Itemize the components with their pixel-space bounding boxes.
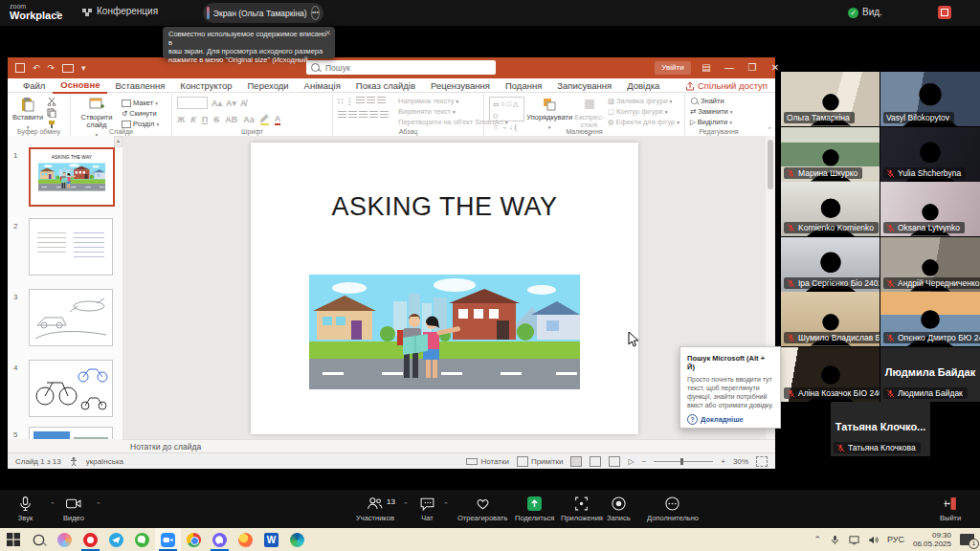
reset-button[interactable]: ↺Скинути [122,109,159,118]
shape-fill-button[interactable]: ▨Заливка фігури▾ [608,97,679,105]
zoom-slider-knob[interactable] [680,458,683,465]
tab-file[interactable]: Файл [15,78,53,93]
cut-icon[interactable] [47,97,56,106]
slide-illustration[interactable] [309,275,580,389]
participant-tile-alina-kozachok[interactable]: Аліна Козачок БІО 2401-1 [781,347,880,402]
character-spacing-icon[interactable]: АВ [225,115,237,124]
tray-chevron-up-icon[interactable]: ⌃ [813,535,821,544]
align-right-icon[interactable] [359,111,368,119]
shape-outline-button[interactable]: ▢Контур фігури▾ [608,107,679,116]
slide-thumbnail-2[interactable] [29,218,113,276]
indent-less-icon[interactable] [356,97,365,104]
zoom-slider[interactable] [654,461,713,462]
bullets-icon[interactable]: ∷ [338,97,344,106]
taskbar-word-icon[interactable]: W [258,528,284,551]
chat-button[interactable]: Чат [419,496,435,522]
slide-canvas[interactable]: ASKING THE WAY [251,143,638,434]
tab-insert[interactable]: Вставлення [107,78,172,93]
react-button[interactable]: Отреагировать [457,496,507,522]
tab-recording[interactable]: Записування [549,78,619,93]
line-spacing-icon[interactable] [377,97,386,104]
indent-more-icon[interactable] [367,97,375,104]
replace-button[interactable]: ⇄Замінити▾ [690,107,733,116]
taskbar-opera-icon[interactable] [78,528,103,551]
tab-transitions[interactable]: Переходи [240,78,297,93]
slide-thumbnail-3[interactable] [29,289,113,346]
audio-options-chevron[interactable]: ⌃ [50,501,56,509]
tab-view[interactable]: Подання [498,78,549,93]
share-document-button[interactable]: Спільний доступ [685,78,768,93]
paste-button[interactable]: Вставити▾ [12,97,43,131]
numbering-icon[interactable]: ⋮ [345,97,354,106]
columns-icon[interactable] [380,111,389,119]
bold-button[interactable]: Ж [177,115,185,124]
taskbar-edge-icon[interactable] [284,528,310,551]
language-indicator[interactable]: українська [86,457,123,466]
tab-home[interactable]: Основне [53,77,107,94]
more-button[interactable]: Дополнительно [647,496,699,522]
scroll-up-icon[interactable]: ▲ [114,136,122,147]
taskbar-green-messenger-icon[interactable] [129,528,155,551]
tab-review[interactable]: Рецензування [423,78,498,93]
align-left-icon[interactable] [338,111,346,119]
participant-tile-andrii-cherednychenko[interactable]: Андрій Чередниченко [880,237,980,292]
ppt-search-box[interactable] [306,60,496,75]
tab-animations[interactable]: Анімація [297,78,348,93]
zoom-percentage[interactable]: 30% [733,457,748,466]
tab-design[interactable]: Конструктор [172,78,239,93]
collapse-ribbon-icon[interactable]: ⌃ [767,126,772,134]
participants-chevron[interactable]: ⌃ [403,501,409,509]
slide-thumbnail-4[interactable] [29,360,113,417]
record-button[interactable]: Запись [607,496,631,522]
justify-icon[interactable] [369,111,378,119]
exit-fullscreen-button[interactable] [938,6,951,19]
font-color-icon[interactable]: А [275,114,281,125]
shared-screen-pill[interactable]: Экран (Ольга Тамаркіна) ••• [203,3,323,23]
ribbon-display-options-button[interactable]: ▤ [695,57,718,78]
notes-pane[interactable]: Нотатки до слайда [122,439,775,452]
participant-tile-yulia-shcherbyna[interactable]: Yulia Shcherbyna [880,127,980,182]
taskbar-chrome-icon[interactable] [181,528,207,551]
fit-to-window-icon[interactable] [756,456,768,467]
taskbar-copilot-icon[interactable] [52,528,78,551]
participant-tile-oksana-lytvynko[interactable]: Oksana Lytvynko [880,182,980,236]
arrange-button[interactable]: Упорядкувати▾ [528,97,570,131]
taskbar-telegram-icon[interactable] [103,528,129,551]
comments-toggle[interactable]: Примітки [517,456,564,467]
participant-tile-ira-serhiienko[interactable]: Іра Сергієнко Біо 2401-1 [781,237,880,292]
tray-display-icon[interactable] [849,535,859,545]
participant-tile-kornienko[interactable]: Kornienko Kornienko [781,182,880,236]
find-button[interactable]: Знайти [690,97,733,105]
meeting-info-button[interactable]: Конференция [82,6,158,16]
taskbar-viber-icon[interactable] [207,528,233,551]
tray-mic-icon[interactable] [830,535,840,545]
slideshow-view-icon[interactable]: ▷ [628,457,634,466]
italic-button[interactable]: К [190,115,196,124]
tab-slideshow[interactable]: Показ слайдів [348,78,423,93]
participant-tile-marina-shkurko[interactable]: Марина Шкурко [781,127,880,182]
reading-view-icon[interactable] [609,456,620,467]
select-button[interactable]: ▷Виділити▾ [690,118,733,126]
notification-center-icon[interactable]: 1 [960,534,974,545]
taskbar-firefox-icon[interactable] [233,528,258,551]
clear-formatting-icon[interactable]: А̸ [240,99,247,108]
taskbar-zoom-icon[interactable] [155,528,181,551]
participant-tile-vasyl-bilokopytov[interactable]: Vasyl Bilokopytov [880,72,980,126]
taskbar-clock[interactable]: 09:30 06.05.2025 [913,531,951,548]
notes-toggle[interactable]: Нотатки [466,457,509,466]
align-center-icon[interactable] [348,111,357,119]
grow-font-icon[interactable]: А▴ [212,99,222,108]
copy-icon[interactable] [47,108,56,118]
undo-button[interactable]: ↶ [33,63,40,73]
slide-thumbnail-1[interactable]: ASKING THE WAY [29,147,115,207]
normal-view-icon[interactable] [570,456,582,467]
shapes-gallery[interactable]: ▭ ○ □ △ ◇ ☆ → ↓ ( ) [489,97,524,121]
chat-chevron[interactable]: ⌃ [443,501,449,509]
redo-button[interactable]: ↷ [48,63,56,73]
share-options-button[interactable]: ••• [311,6,320,20]
chevron-down-icon[interactable]: ▾ [56,9,59,17]
participant-tile-shumylo-vladyslav[interactable]: Шумило Владислав Біо 24... [781,292,880,346]
underline-button[interactable]: П [202,115,208,124]
shrink-font-icon[interactable]: А▾ [226,99,236,108]
layout-button[interactable]: Макет▾ [122,99,159,107]
